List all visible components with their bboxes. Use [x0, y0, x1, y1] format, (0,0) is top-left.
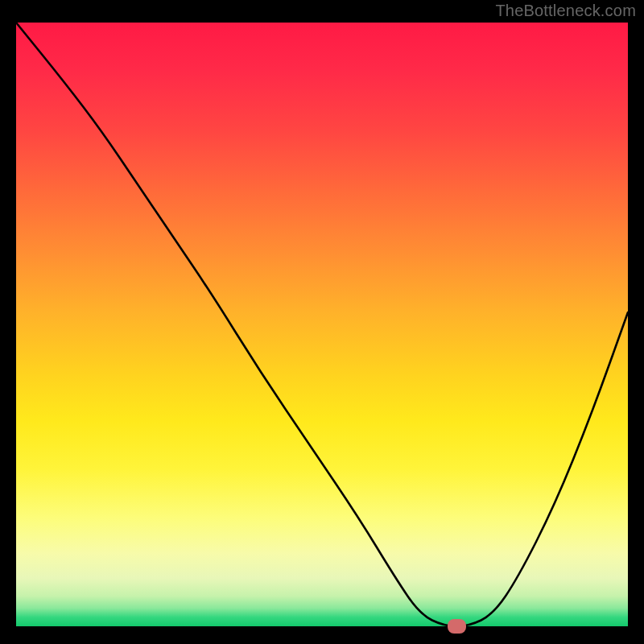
chart-frame: TheBottleneck.com	[0, 0, 644, 644]
watermark-text: TheBottleneck.com	[495, 2, 636, 20]
bottleneck-curve	[16, 23, 628, 626]
chart-line-layer	[16, 23, 628, 626]
optimum-marker	[448, 619, 466, 633]
